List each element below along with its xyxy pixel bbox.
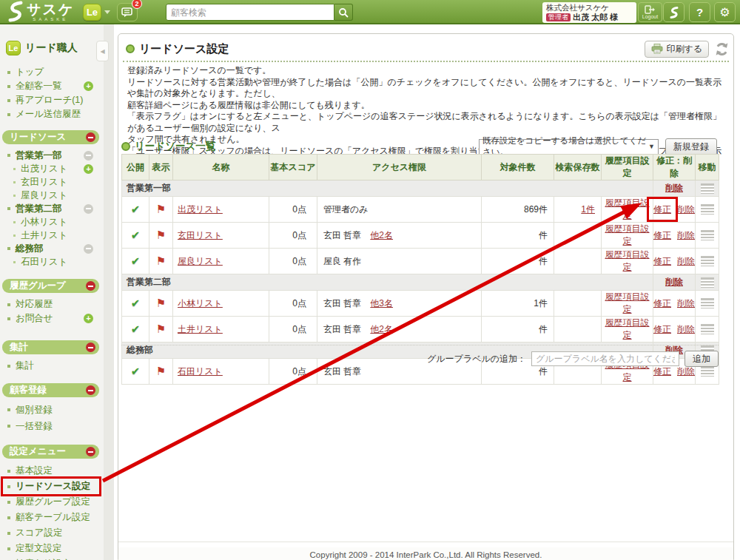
sidebar-item-kobayashi-list[interactable]: 小林リスト [0,215,104,229]
sidebar-item-doi-list[interactable]: 土井リスト [0,229,104,242]
edit-link[interactable]: 修正 [653,323,671,336]
chevron-down-icon[interactable] [104,10,110,14]
lead-name-link[interactable]: 屋良リスト [178,256,223,266]
more-members-link[interactable]: 他2名 [370,324,393,334]
publish-check-icon[interactable]: ✔ [131,254,141,267]
delete-link[interactable]: 削除 [677,365,695,378]
delete-link[interactable]: 削除 [677,255,695,268]
history-item-settings-link[interactable]: 履歴項目設定 [605,249,650,272]
lead-name-link[interactable]: 土井リスト [178,324,223,334]
new-registration-button[interactable]: 新規登録 [665,138,717,155]
add-group-label-button[interactable]: 追加 [684,351,719,367]
edit-link[interactable]: 修正 [653,365,671,378]
sidebar-item-sales-dept-2[interactable]: 営業第二部 [0,202,104,215]
sidebar-item-bulk-registration[interactable]: 一括登録 [0,418,104,434]
drag-handle-icon[interactable] [701,183,714,194]
section-settings-menu[interactable]: 設定メニュー [2,445,99,459]
edit-link[interactable]: 修正 [653,204,671,215]
saaske-home-button[interactable] [663,2,684,22]
sidebar-item-all-customers[interactable]: 全顧客一覧 + [0,79,104,93]
collapse-minus-icon[interactable] [86,385,95,395]
section-customer-registration[interactable]: 顧客登録 [2,383,99,397]
display-flag-icon[interactable]: ⚑ [156,229,166,241]
settings-button[interactable]: ⚙ [714,2,736,22]
sidebar-item-demo-list[interactable]: 出茂リスト + [0,162,104,175]
saved-search-link[interactable]: 1件 [581,204,595,215]
group-label-input[interactable] [531,351,679,366]
section-aggregate[interactable]: 集計 [2,340,99,354]
more-members-link[interactable]: 他2名 [370,230,393,240]
sidebar-item-template-settings[interactable]: 定型文設定 [0,541,104,556]
minus-icon[interactable] [84,244,93,254]
plus-icon[interactable]: + [84,164,93,174]
sidebar-item-general-affairs[interactable]: 総務部 [0,242,104,255]
group-delete-link[interactable]: 削除 [665,277,683,287]
display-flag-icon[interactable]: ⚑ [156,203,166,215]
le-product-badge[interactable]: Le [83,4,101,21]
sidebar-item-individual-registration[interactable]: 個別登録 [0,402,104,418]
history-item-settings-link[interactable]: 履歴項目設定 [605,223,650,246]
publish-check-icon[interactable]: ✔ [131,323,141,335]
history-item-settings-link[interactable]: 履歴項目設定 [605,198,650,220]
sidebar-item-history-group-settings[interactable]: 履歴グループ設定 [0,494,104,510]
lead-name-link[interactable]: 小林リスト [178,298,223,308]
drag-handle-icon[interactable] [701,204,714,215]
sidebar-collapse-handle[interactable]: ◀ [96,41,109,61]
history-item-settings-link[interactable]: 履歴項目設定 [605,291,650,314]
help-button[interactable]: ? [689,2,710,22]
sidebar-item-sales-dept-1[interactable]: 営業第一部 [0,149,104,162]
drag-handle-icon[interactable] [701,298,714,308]
sidebar-item-ishida-list[interactable]: 石田リスト [0,255,104,269]
delete-link[interactable]: 削除 [677,203,695,216]
edit-link[interactable]: 修正 [653,297,671,310]
section-lead-source[interactable]: リードソース [2,130,99,144]
sidebar-item-lead-source-settings[interactable]: リードソース設定 [0,479,104,494]
drag-handle-icon[interactable] [701,366,714,377]
collapse-minus-icon[interactable] [86,343,95,352]
more-members-link[interactable]: 他3名 [370,298,393,308]
delete-link[interactable]: 削除 [677,323,695,336]
edit-link[interactable]: 修正 [653,229,671,242]
sidebar-item-yara-list[interactable]: 屋良リスト [0,189,104,202]
lead-name-link[interactable]: 玄田リスト [178,230,223,240]
display-flag-icon[interactable]: ⚑ [156,323,166,335]
collapse-minus-icon[interactable] [86,132,95,142]
app-logo[interactable]: サスケ SAASKE [4,1,74,22]
sidebar-item-mail-history[interactable]: メール送信履歴 [0,107,104,121]
sidebar-item-genda-list[interactable]: 玄田リスト [0,175,104,189]
sidebar-item-reapproach[interactable]: 再アプローチ(1) [0,93,104,107]
print-button[interactable]: 印刷する [645,41,709,58]
plus-icon[interactable]: + [84,81,93,91]
copy-settings-select[interactable]: 既存設定をコピーする場合は選択してください。 ▼ [479,139,659,155]
delete-link[interactable]: 削除 [677,229,695,242]
logout-button[interactable]: Logout [638,2,662,22]
display-flag-icon[interactable]: ⚑ [156,254,166,267]
lead-name-link[interactable]: 石田リスト [178,366,223,377]
delete-link[interactable]: 削除 [677,297,695,310]
drag-handle-icon[interactable] [701,230,714,240]
sidebar-item-score-settings[interactable]: スコア設定 [0,525,104,541]
sidebar-item-search-condition-settings[interactable]: 検索条件設定 [0,556,104,560]
publish-check-icon[interactable]: ✔ [131,203,141,215]
minus-icon[interactable] [84,151,93,161]
search-button[interactable] [334,4,353,21]
search-input[interactable] [166,4,334,21]
publish-check-icon[interactable]: ✔ [131,297,141,309]
sidebar-item-aggregate[interactable]: 集計 [0,359,104,373]
plus-icon[interactable]: + [84,314,93,323]
lead-name-link[interactable]: 出茂リスト [178,204,223,215]
drag-handle-icon[interactable] [701,256,714,266]
sidebar-item-customer-table-settings[interactable]: 顧客テーブル設定 [0,510,104,525]
drag-handle-icon[interactable] [701,277,714,288]
minus-icon[interactable] [84,204,93,214]
sidebar-item-basic-settings[interactable]: 基本設定 [0,463,104,479]
sidebar-item-inquiry[interactable]: お問合せ + [0,311,104,325]
collapse-minus-icon[interactable] [86,447,95,456]
section-history-group[interactable]: 履歴グループ [2,279,99,293]
sidebar-item-top[interactable]: トップ [0,65,104,79]
collapse-minus-icon[interactable] [86,281,95,291]
display-flag-icon[interactable]: ⚑ [156,297,166,309]
edit-link[interactable]: 修正 [653,255,671,268]
publish-check-icon[interactable]: ✔ [131,229,141,241]
history-item-settings-link[interactable]: 履歴項目設定 [605,317,650,340]
